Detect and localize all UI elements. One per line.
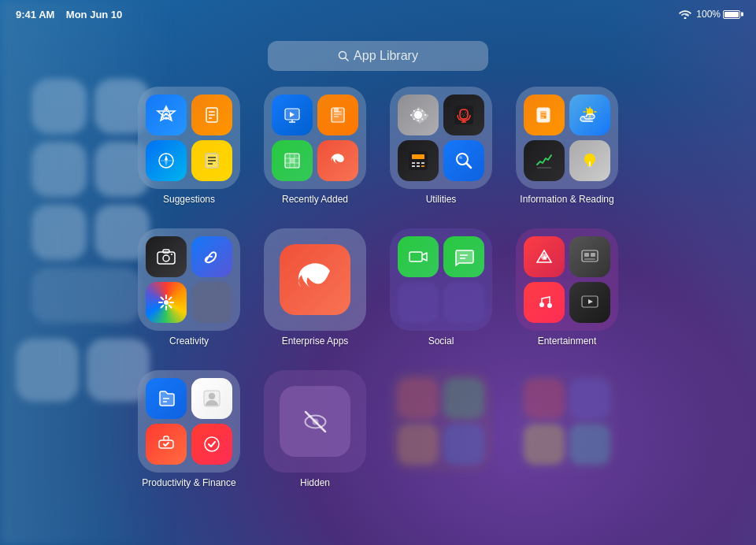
voice-memos-icon — [443, 95, 484, 135]
blur-app-5 — [524, 378, 565, 419]
settings-icon — [398, 95, 439, 135]
svg-point-53 — [164, 300, 169, 305]
status-bar: 9:41 AM Mon Jun 10 100% — [0, 0, 756, 28]
status-time: 9:41 AM Mon Jun 10 — [16, 9, 122, 20]
recently-added-label: Recently Added — [282, 194, 348, 205]
svg-marker-10 — [165, 161, 168, 166]
svg-rect-39 — [421, 162, 424, 164]
camera-icon — [146, 236, 187, 277]
social-blur-1 — [398, 282, 439, 323]
app-group-utilities[interactable]: Utilities — [386, 87, 496, 213]
keynote-icon — [272, 95, 313, 135]
utilities-label: Utilities — [426, 194, 457, 205]
app-folder-info-reading[interactable] — [516, 87, 618, 189]
app-folder-entertainment[interactable]: ★ — [516, 228, 618, 331]
time-display: 9:41 AM — [16, 9, 54, 20]
safari-icon — [146, 140, 187, 181]
svg-rect-37 — [412, 162, 415, 164]
blur-app-2 — [443, 378, 484, 419]
search-bar[interactable]: App Library — [268, 41, 488, 71]
app-folder-creativity[interactable] — [138, 228, 240, 331]
freeform-icon — [191, 236, 232, 277]
enterprise-label: Enterprise Apps — [282, 336, 349, 347]
suggestions-label: Suggestions — [163, 194, 215, 205]
svg-rect-69 — [584, 253, 589, 257]
svg-point-52 — [171, 254, 172, 255]
svg-rect-41 — [417, 165, 420, 167]
shortcuts-icon — [146, 424, 187, 465]
svg-line-58 — [161, 298, 164, 300]
numbers-icon — [272, 140, 313, 181]
svg-marker-74 — [588, 299, 593, 304]
svg-point-79 — [209, 393, 215, 399]
weather-icon — [569, 95, 610, 135]
svg-rect-38 — [417, 162, 420, 164]
svg-marker-9 — [165, 155, 168, 161]
app-folder-recently-added[interactable] — [264, 87, 366, 189]
files-icon — [146, 378, 187, 419]
app-folder-productivity[interactable] — [138, 370, 240, 473]
info-reading-label: Information & Reading — [520, 194, 613, 205]
tips-icon — [569, 140, 610, 181]
battery-percentage: 100% — [696, 9, 721, 20]
svg-rect-47 — [587, 166, 592, 168]
music-icon — [524, 282, 565, 323]
rewind-icon: ★ — [524, 236, 565, 277]
app-folder-suggestions[interactable] — [138, 87, 240, 189]
svg-line-60 — [169, 298, 172, 300]
app-group-creativity[interactable]: Creativity — [134, 228, 244, 354]
app-folder-social[interactable] — [390, 228, 492, 331]
app-folder-hidden[interactable] — [264, 370, 366, 473]
app-group-productivity[interactable]: Productivity & Finance — [134, 370, 244, 496]
svg-rect-24 — [334, 108, 339, 112]
app-group-recently-added[interactable]: Recently Added — [260, 87, 370, 213]
app-grid: Suggestions Recently Added — [134, 87, 622, 496]
app-group-hidden[interactable]: Hidden — [260, 370, 370, 496]
social-blur-2 — [443, 282, 484, 323]
creativity-label: Creativity — [169, 336, 209, 347]
swift-enterprise-icon — [280, 244, 350, 315]
app-folder-utilities[interactable] — [390, 87, 492, 189]
wifi-icon — [679, 9, 691, 19]
books-icon-suggestions — [191, 95, 232, 135]
app-group-info-reading[interactable]: Information & Reading — [512, 87, 622, 213]
app-folder-enterprise[interactable] — [264, 228, 366, 331]
battery-indicator: 100% — [696, 9, 740, 20]
svg-rect-40 — [412, 165, 415, 167]
svg-rect-30 — [290, 158, 295, 163]
svg-text:★: ★ — [542, 254, 548, 261]
app-group-enterprise[interactable]: Enterprise Apps — [260, 228, 370, 354]
svg-rect-62 — [410, 252, 422, 261]
swift-icon-small — [317, 140, 358, 181]
blur-app-7 — [524, 424, 565, 465]
hidden-label: Hidden — [300, 477, 330, 488]
blur-app-4 — [443, 424, 484, 465]
app-group-suggestions[interactable]: Suggestions — [134, 87, 244, 213]
podcasts-tv-icon — [569, 282, 610, 323]
battery-fill — [724, 12, 739, 17]
svg-rect-70 — [591, 253, 595, 257]
svg-point-50 — [163, 255, 169, 261]
entertainment-label: Entertainment — [538, 336, 597, 347]
facetime-icon — [398, 236, 439, 277]
app-group-entertainment[interactable]: ★ Entertainment — [512, 228, 622, 354]
reminders-icon — [191, 424, 232, 465]
blur-app-3 — [398, 424, 439, 465]
svg-rect-42 — [421, 165, 424, 167]
app-group-social[interactable]: Social — [386, 228, 496, 354]
social-label: Social — [428, 336, 454, 347]
svg-point-45 — [459, 156, 462, 159]
blur-app-6 — [569, 378, 610, 419]
extra-icon-creativity — [191, 282, 232, 323]
svg-point-0 — [684, 17, 687, 20]
svg-point-81 — [205, 437, 219, 451]
svg-rect-36 — [412, 154, 424, 159]
app-group-blurred-2 — [512, 370, 622, 496]
svg-line-59 — [169, 306, 172, 308]
notes-icon — [191, 140, 232, 181]
photos-icon — [146, 282, 187, 323]
photo-theater-icon — [569, 236, 610, 277]
svg-point-72 — [547, 303, 552, 308]
productivity-label: Productivity & Finance — [142, 477, 235, 488]
app-group-blurred-1 — [386, 370, 496, 496]
